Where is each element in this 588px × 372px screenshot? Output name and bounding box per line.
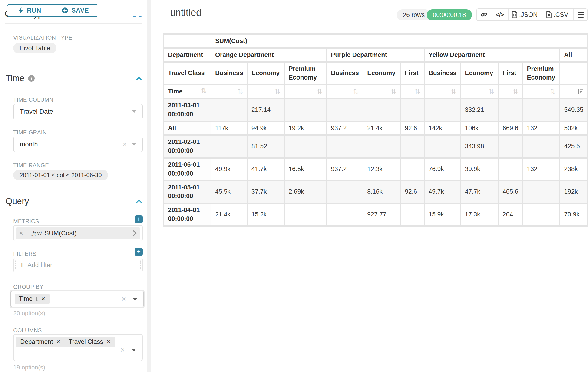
sort-icon[interactable]: ⇅	[451, 88, 456, 95]
chip-remove-icon[interactable]: ✕	[106, 339, 111, 345]
share-link-button[interactable]	[477, 9, 491, 21]
sort-icon[interactable]: ⇅	[513, 88, 518, 95]
value-cell	[401, 204, 424, 225]
value-cell: 332.21	[461, 99, 498, 121]
columns-select[interactable]: Department ✕ Travel Class ✕ ✕	[13, 334, 143, 361]
divider	[5, 23, 142, 24]
sort-cell[interactable]: ⇅	[461, 85, 498, 98]
export-toolbar: </> .JSON .CSV	[476, 8, 588, 21]
chip-remove-icon[interactable]: ✕	[41, 296, 45, 302]
sub-column-header: Premium Economy	[523, 63, 559, 84]
filters-label: FILTERS	[13, 251, 36, 257]
clear-icon[interactable]: ✕	[120, 347, 125, 353]
chevron-up-icon[interactable]	[136, 200, 142, 203]
sort-cell[interactable]: ⇅	[401, 85, 424, 98]
columns-chip[interactable]: Travel Class ✕	[64, 337, 115, 347]
sub-column-header: Business	[211, 63, 247, 84]
sort-icon[interactable]: ⇅	[488, 88, 494, 95]
value-cell: 217.14	[248, 99, 284, 121]
save-button[interactable]: SAVE	[52, 5, 98, 16]
chip-remove-icon[interactable]: ✕	[56, 339, 60, 345]
view-query-button[interactable]: </>	[491, 9, 508, 21]
info-icon[interactable]: i	[28, 75, 35, 82]
value-cell: 49.7k	[425, 181, 460, 203]
viz-type-label: VISUALIZATION TYPE	[13, 34, 72, 41]
sort-cell[interactable]: ⇅	[425, 85, 460, 98]
columns-chip[interactable]: Department ✕	[16, 337, 65, 347]
run-button[interactable]: RUN	[7, 5, 52, 16]
menu-icon	[578, 12, 584, 18]
value-cell: 45.5k	[211, 181, 247, 203]
time-grain-select[interactable]: month ✕	[13, 137, 143, 152]
value-cell: 238k	[560, 159, 587, 180]
sort-cell[interactable]: ⇅	[211, 85, 247, 98]
value-cell	[327, 204, 363, 225]
group-header: All	[560, 49, 587, 61]
divider	[6, 86, 137, 86]
panel-scrollbar[interactable]	[147, 0, 151, 372]
value-cell	[499, 99, 523, 121]
value-cell: 8.16k	[364, 181, 400, 203]
sort-cell[interactable]: ⇅	[248, 85, 284, 98]
clear-icon[interactable]: ✕	[122, 141, 127, 148]
add-metric-button[interactable]: +	[135, 215, 143, 223]
sort-icon[interactable]: ⇅	[550, 88, 556, 95]
value-cell: 132	[523, 159, 559, 180]
add-filter-button[interactable]: + Add filter	[15, 260, 141, 270]
chart-title[interactable]: - untitled	[164, 7, 201, 18]
column-axis-label: Travel Class	[164, 63, 210, 84]
chevron-up-icon[interactable]	[136, 77, 142, 80]
sort-desc-icon[interactable]	[577, 88, 583, 95]
value-cell	[401, 136, 424, 157]
add-filter-plus-button[interactable]: +	[135, 248, 143, 256]
panel-divider	[152, 0, 152, 372]
value-cell: 16.5k	[285, 159, 326, 180]
sort-icon[interactable]: ⇅	[237, 88, 243, 95]
caret-right-icon[interactable]	[129, 227, 140, 239]
columns-label: COLUMNS	[13, 327, 42, 334]
info-dot-icon[interactable]: i	[36, 296, 38, 302]
export-csv-button[interactable]: .CSV	[541, 9, 573, 21]
filters-box: + Add filter	[13, 258, 143, 273]
clear-icon[interactable]: ✕	[121, 296, 126, 302]
sort-cell[interactable]: ⇅	[327, 85, 363, 98]
value-cell: 117k	[211, 122, 247, 135]
sort-cell[interactable]: ⇅	[364, 85, 400, 98]
sort-icon[interactable]: ⇅	[353, 88, 359, 95]
export-json-button[interactable]: .JSON	[508, 9, 541, 21]
value-cell: 76.9k	[425, 159, 460, 180]
value-cell	[499, 136, 523, 157]
metric-pill[interactable]: ✕ ƒ(x) SUM(Cost)	[16, 227, 140, 239]
group-by-chip[interactable]: Time i ✕	[15, 294, 50, 304]
clipped-icon-fragment	[138, 16, 142, 17]
value-cell	[327, 181, 363, 203]
chip-label: Travel Class	[69, 338, 103, 345]
sort-icon[interactable]: ⇅	[317, 88, 323, 95]
viz-type-pill[interactable]: Pivot Table	[13, 43, 56, 53]
corner-cell	[164, 35, 210, 47]
remove-metric-icon[interactable]: ✕	[16, 227, 27, 239]
time-range-pill[interactable]: 2011-01-01 ≤ col < 2011-06-30	[13, 170, 108, 181]
value-cell: 92.6	[401, 122, 424, 135]
sort-icon[interactable]: ⇅	[274, 88, 280, 95]
sort-cell[interactable]	[560, 85, 587, 98]
value-cell: 49.9k	[211, 159, 247, 180]
sort-cell[interactable]: ⇅	[523, 85, 559, 98]
sort-icon[interactable]: ⇅	[391, 88, 397, 95]
table-row: 2011-03-01 00:00:00217.14332.21549.35	[164, 99, 587, 121]
group-by-select[interactable]: Time i ✕ ✕	[10, 291, 144, 307]
sort-cell[interactable]: ⇅	[285, 85, 326, 98]
value-cell	[425, 136, 460, 157]
time-column-select[interactable]: Travel Date	[13, 104, 143, 119]
more-options-button[interactable]	[573, 9, 587, 21]
query-section-label: Query	[6, 196, 29, 206]
sub-column-header: Business	[425, 63, 460, 84]
group-by-label: GROUP BY	[13, 284, 43, 290]
sort-icon[interactable]: ⇅	[414, 88, 420, 95]
sub-column-header	[560, 63, 587, 84]
value-cell	[327, 136, 363, 157]
sort-icon[interactable]: ⇅	[201, 87, 207, 94]
value-cell: 19.2k	[285, 122, 326, 135]
sort-cell[interactable]: ⇅	[499, 85, 523, 98]
columns-options-count: 19 option(s)	[13, 364, 45, 371]
